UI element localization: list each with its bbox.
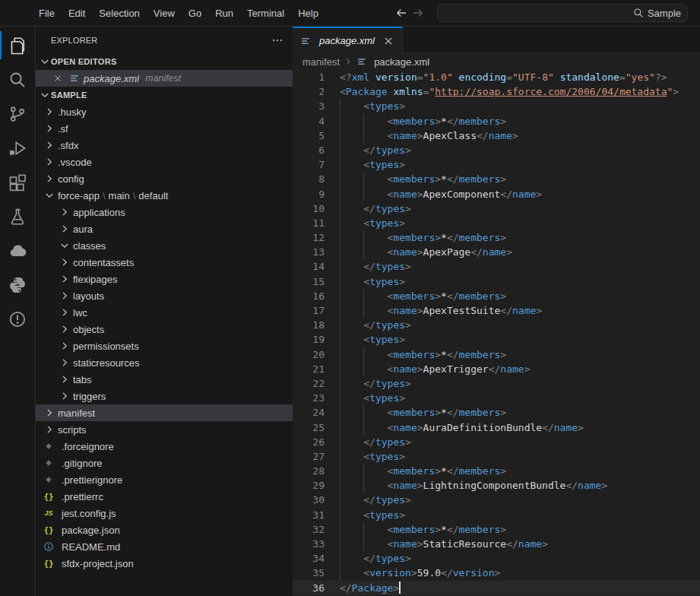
project-section-header[interactable]: SAMPLE xyxy=(36,87,293,103)
code-line-2[interactable]: 2<Package xmlns="http://soap.sforce.com/… xyxy=(293,84,700,99)
tree-item--forceignore[interactable]: .forceignore xyxy=(36,438,293,455)
tree-item--prettierignore[interactable]: .prettierignore xyxy=(36,471,293,488)
code-line-5[interactable]: 5<name>ApexClass</name> xyxy=(293,128,700,143)
activity-problems[interactable] xyxy=(0,302,35,336)
menu-view[interactable]: View xyxy=(147,5,182,22)
line-number: 36 xyxy=(293,581,325,595)
menu-file[interactable]: File xyxy=(32,5,62,22)
activity-python[interactable] xyxy=(0,268,35,302)
tree-item--vscode[interactable]: .vscode xyxy=(36,154,293,170)
code-editor[interactable]: 1<?xml version="1.0" encoding="UTF-8" st… xyxy=(293,70,700,596)
breadcrumb-folder[interactable]: manifest xyxy=(302,56,340,68)
tab-package-xml[interactable]: package.xml xyxy=(293,27,403,53)
tree-item-config[interactable]: config xyxy=(36,170,293,187)
tree-item-jest-config-js[interactable]: JSjest.config.js xyxy=(36,505,293,522)
open-editors-header[interactable]: OPEN EDITORS xyxy=(36,53,293,70)
more-actions-icon[interactable] xyxy=(271,34,283,46)
code-line-12[interactable]: 12<members>*</members> xyxy=(293,230,700,245)
activity-salesforce-org[interactable] xyxy=(0,233,35,268)
menu-terminal[interactable]: Terminal xyxy=(240,5,291,22)
indent-guide xyxy=(340,172,340,186)
code-line-11[interactable]: 11<types> xyxy=(293,216,700,230)
menu-selection[interactable]: Selection xyxy=(92,5,146,22)
tree-item-triggers[interactable]: triggers xyxy=(36,388,293,404)
tree-item-classes[interactable]: classes xyxy=(36,237,293,254)
tree-item-permissionsets[interactable]: permissionsets xyxy=(36,338,293,354)
code-line-25[interactable]: 25<name>AuraDefinitionBundle</name> xyxy=(293,420,700,435)
tree-item-contentassets[interactable]: contentassets xyxy=(36,254,293,271)
close-icon[interactable] xyxy=(382,35,394,47)
indent-guide xyxy=(363,128,364,143)
code-line-6[interactable]: 6</types> xyxy=(293,143,700,157)
activity-extensions[interactable] xyxy=(0,165,35,199)
code-line-32[interactable]: 32<members>*</members> xyxy=(293,522,700,537)
code-line-30[interactable]: 30</types> xyxy=(293,493,700,507)
code-line-20[interactable]: 20<members>*</members> xyxy=(293,347,700,362)
activity-search[interactable] xyxy=(0,62,35,97)
tree-item-staticresources[interactable]: staticresources xyxy=(36,354,293,371)
code-line-4[interactable]: 4<members>*</members> xyxy=(293,114,700,128)
tree-item--prettierrc[interactable]: {}.prettierrc xyxy=(36,488,293,505)
code-line-27[interactable]: 27<types> xyxy=(293,449,700,464)
tree-item--gitignore[interactable]: .gitignore xyxy=(36,455,293,471)
tree-item-tabs[interactable]: tabs xyxy=(36,371,293,388)
code-line-23[interactable]: 23<types> xyxy=(293,391,700,405)
code-line-13[interactable]: 13<name>ApexPage</name> xyxy=(293,245,700,259)
tree-item-force-app[interactable]: force-app\main\default xyxy=(36,187,293,204)
close-icon[interactable] xyxy=(52,73,63,84)
code-line-36[interactable]: 36</Package> xyxy=(293,581,700,595)
activity-run-and-debug[interactable] xyxy=(0,131,35,165)
menu-go[interactable]: Go xyxy=(182,5,208,22)
tree-item-layouts[interactable]: layouts xyxy=(36,287,293,304)
navigate-back-icon[interactable] xyxy=(393,5,410,21)
activity-explorer[interactable] xyxy=(0,28,35,62)
tree-item-applications[interactable]: applications xyxy=(36,204,293,220)
code-line-33[interactable]: 33<name>StaticResource</name> xyxy=(293,537,700,551)
open-editor-item-package-xml[interactable]: package.xml manifest xyxy=(36,70,293,87)
code-line-8[interactable]: 8<members>*</members> xyxy=(293,172,700,186)
code-line-14[interactable]: 14</types> xyxy=(293,259,700,274)
code-line-31[interactable]: 31<types> xyxy=(293,508,700,522)
tree-item--sfdx[interactable]: .sfdx xyxy=(36,137,293,154)
code-line-9[interactable]: 9<name>ApexComponent</name> xyxy=(293,187,700,201)
code-line-17[interactable]: 17<name>ApexTestSuite</name> xyxy=(293,303,700,318)
chevron-right-icon xyxy=(43,407,55,419)
tree-item-flexipages[interactable]: flexipages xyxy=(36,271,293,287)
code-line-21[interactable]: 21<name>ApexTrigger</name> xyxy=(293,362,700,376)
activity-testing[interactable] xyxy=(0,199,35,233)
code-line-10[interactable]: 10</types> xyxy=(293,201,700,216)
tree-item-aura[interactable]: aura xyxy=(36,220,293,237)
code-line-29[interactable]: 29<name>LightningComponentBundle</name> xyxy=(293,478,700,493)
code-line-7[interactable]: 7<types> xyxy=(293,157,700,172)
tree-item-lwc[interactable]: lwc xyxy=(36,304,293,321)
navigate-forward-icon[interactable] xyxy=(410,5,426,21)
tree-item-sfdx-project-json[interactable]: {}sfdx-project.json xyxy=(36,555,293,572)
indent-guide xyxy=(363,289,364,303)
code-line-24[interactable]: 24<members>*</members> xyxy=(293,405,700,420)
path-separator: \ xyxy=(130,190,139,201)
menu-run[interactable]: Run xyxy=(208,5,240,22)
code-line-34[interactable]: 34</types> xyxy=(293,551,700,566)
tree-item-manifest[interactable]: manifest xyxy=(36,404,293,421)
code-line-16[interactable]: 16<members>*</members> xyxy=(293,289,700,303)
tree-item-scripts[interactable]: scripts xyxy=(36,421,293,438)
activity-source-control[interactable] xyxy=(0,97,35,131)
breadcrumb-file[interactable]: package.xml xyxy=(374,56,429,68)
tree-item-objects[interactable]: objects xyxy=(36,321,293,338)
command-center-search[interactable]: Sample xyxy=(437,4,688,22)
code-line-28[interactable]: 28<members>*</members> xyxy=(293,464,700,478)
tree-item--sf[interactable]: .sf xyxy=(36,120,293,137)
menu-help[interactable]: Help xyxy=(291,5,325,22)
code-line-26[interactable]: 26</types> xyxy=(293,435,700,449)
code-line-15[interactable]: 15<types> xyxy=(293,274,700,289)
tree-item-package-json[interactable]: {}package.json xyxy=(36,522,293,538)
code-line-22[interactable]: 22</types> xyxy=(293,376,700,391)
tree-item-readme-md[interactable]: README.md xyxy=(36,538,293,555)
code-line-1[interactable]: 1<?xml version="1.0" encoding="UTF-8" st… xyxy=(293,70,700,84)
code-line-19[interactable]: 19<types> xyxy=(293,332,700,347)
code-line-18[interactable]: 18</types> xyxy=(293,318,700,332)
menu-edit[interactable]: Edit xyxy=(62,5,92,22)
code-line-3[interactable]: 3<types> xyxy=(293,99,700,113)
tree-item--husky[interactable]: .husky xyxy=(36,103,293,120)
code-line-35[interactable]: 35<version>59.0</version> xyxy=(293,566,700,580)
